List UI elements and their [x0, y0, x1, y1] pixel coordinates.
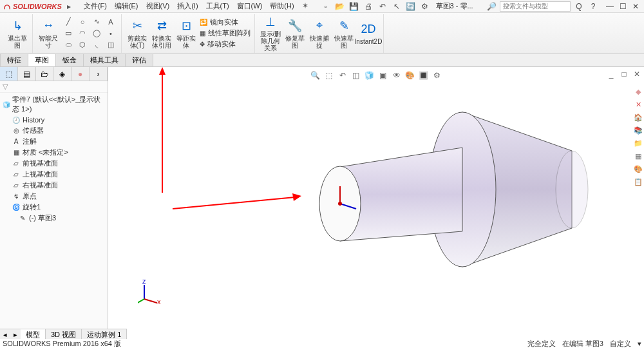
status-dropdown-icon[interactable]: ▾ [638, 340, 641, 348]
trim-button[interactable]: ✂ 剪裁实体(T) [125, 15, 149, 52]
menu-insert[interactable]: 插入(I) [175, 0, 200, 12]
vp-max-icon[interactable]: □ [618, 68, 630, 80]
open-icon[interactable]: 📂 [334, 1, 346, 12]
filter-icon[interactable]: ▽ [3, 82, 8, 91]
rebuild-icon[interactable]: 🔄 [405, 1, 417, 12]
appearances-icon[interactable]: 🎨 [633, 164, 643, 174]
fm-dimxpert-tab[interactable]: ◈ [53, 67, 71, 81]
line-icon[interactable]: ╱ [62, 17, 75, 27]
tree-sensor[interactable]: ◎传感器 [3, 125, 105, 136]
search-input[interactable] [500, 1, 571, 12]
graphics-viewport[interactable]: 🔍 ⬚ ↶ ◫ 🧊 ▣ 👁 🎨 🔳 ⚙ _ □ ✕ [108, 67, 644, 331]
right-label: 右视基准面 [23, 180, 58, 190]
point-icon[interactable]: • [104, 28, 117, 39]
ellipse-icon[interactable]: ◯ [90, 28, 103, 39]
rect-icon[interactable]: ▭ [62, 28, 75, 39]
tree-origin[interactable]: ↯原点 [3, 191, 105, 202]
material-label: 材质 <未指定> [23, 148, 68, 157]
vp-min-icon[interactable]: _ [605, 68, 617, 80]
snap-icon: ⌖ [312, 18, 327, 34]
select-icon[interactable]: ↖ [391, 1, 402, 12]
slot-icon[interactable]: ⬭ [62, 40, 75, 50]
view-orient-icon[interactable]: 🧊 [364, 70, 375, 81]
convert-button[interactable]: ⇄ 转换实体引用 [149, 15, 174, 52]
print-icon[interactable]: 🖨 [363, 1, 374, 12]
file-explorer-icon[interactable]: 📁 [633, 138, 643, 148]
properties-icon[interactable]: 📋 [633, 177, 643, 187]
view-settings-icon[interactable]: ⚙ [431, 70, 443, 81]
rapid-sketch-button[interactable]: ✎ 快速草图 [332, 15, 356, 52]
menu-window[interactable]: 窗口(W) [234, 0, 265, 12]
minimize-icon[interactable]: — [604, 1, 616, 12]
menu-help[interactable]: 帮助(H) [267, 0, 296, 12]
fm-prop-tab[interactable]: ▤ [18, 67, 36, 81]
fm-config-tab[interactable]: 🗁 [36, 67, 54, 81]
dropdown-icon[interactable]: ▸ [63, 1, 75, 12]
scroll-left-icon[interactable]: ◂ [0, 331, 10, 339]
status-custom[interactable]: 自定义 [610, 339, 631, 349]
tree-revolve[interactable]: 🌀旋转1 [3, 202, 105, 213]
view-palette-icon[interactable]: ▦ [633, 151, 643, 161]
text-icon[interactable]: A [104, 17, 117, 27]
doc-tab[interactable]: 草图3 - 零... [433, 0, 476, 12]
arc-icon[interactable]: ◠ [76, 28, 89, 39]
tree-annot[interactable]: A注解 [3, 136, 105, 147]
smart-dimension-button[interactable]: ↔ 智能尺寸 [36, 15, 61, 52]
move-button[interactable]: ✥ 移动实体 [200, 39, 251, 49]
circle-icon[interactable]: ○ [76, 17, 89, 27]
save-icon[interactable]: 💾 [348, 1, 360, 12]
design-lib-icon[interactable]: 📚 [633, 125, 643, 135]
zoom-area-icon[interactable]: ⬚ [323, 70, 335, 81]
help-icon[interactable]: ? [587, 1, 599, 12]
menu-file[interactable]: 文件(F) [81, 0, 109, 12]
tab-eval[interactable]: 评估 [125, 53, 153, 66]
plane-icon[interactable]: ◫ [104, 40, 117, 50]
display-relations-button[interactable]: ⊥ 显示/删除几何关系 [258, 15, 283, 52]
tab-mold[interactable]: 模具工具 [83, 53, 126, 66]
tab-feature[interactable]: 特征 [0, 53, 28, 66]
close-pane-icon[interactable]: ✕ [633, 99, 643, 110]
exit-sketch-button[interactable]: ↳ 退出草图 [5, 15, 30, 52]
tab-sheetmetal[interactable]: 钣金 [55, 53, 84, 66]
fm-tree-tab[interactable]: ⬚ [0, 67, 18, 81]
pattern-button[interactable]: ▦ 线性草图阵列 [200, 28, 251, 38]
tab-sketch[interactable]: 草图 [28, 53, 56, 66]
display-style-icon[interactable]: ▣ [377, 70, 389, 81]
pin-icon[interactable]: ✶ [299, 0, 311, 12]
scroll-right-icon[interactable]: ▸ [10, 331, 21, 339]
resources-icon[interactable]: 🏠 [633, 112, 643, 122]
close-icon[interactable]: ✕ [630, 1, 641, 12]
appearance-icon[interactable]: 🔳 [418, 70, 430, 81]
tree-material[interactable]: ▦材质 <未指定> [3, 147, 105, 158]
tree-top-plane[interactable]: ▱上视基准面 [3, 169, 105, 180]
spline-icon[interactable]: ∿ [90, 17, 103, 27]
maximize-icon[interactable]: ☐ [617, 1, 629, 12]
fm-display-tab[interactable]: ● [71, 67, 90, 81]
repair-sketch-button[interactable]: 🔧 修复草图 [283, 15, 307, 52]
menu-view[interactable]: 视图(V) [144, 0, 173, 12]
fillet-icon[interactable]: ◟ [90, 40, 103, 50]
menu-edit[interactable]: 编辑(E) [112, 0, 141, 12]
tree-right-plane[interactable]: ▱右视基准面 [3, 180, 105, 191]
section-icon[interactable]: ◫ [350, 70, 362, 81]
mirror-button[interactable]: 🔁 镜向实体 [200, 17, 251, 27]
undo-icon[interactable]: ↶ [377, 1, 388, 12]
search-go-icon[interactable]: Q [573, 1, 585, 12]
zoom-fit-icon[interactable]: 🔍 [310, 70, 321, 81]
tree-root[interactable]: 🧊零件7 (默认<<默认>_显示状态 1>) [3, 94, 105, 115]
tree-sketch3[interactable]: ✎(-) 草图3 [3, 213, 105, 224]
tree-front-plane[interactable]: ▱前视基准面 [3, 158, 105, 169]
offset-button[interactable]: ⊡ 等距实体 [174, 15, 198, 52]
fm-expand-icon[interactable]: › [90, 67, 108, 81]
new-icon[interactable]: ▫ [320, 1, 332, 12]
scene-icon[interactable]: 🎨 [404, 70, 416, 81]
instant2d-button[interactable]: 2D Instant2D [356, 15, 381, 52]
prev-view-icon[interactable]: ↶ [337, 70, 348, 81]
polygon-icon[interactable]: ⬡ [76, 40, 89, 50]
triad-icon[interactable]: ◆ [633, 86, 643, 97]
menu-tool[interactable]: 工具(T) [204, 0, 232, 12]
hide-show-icon[interactable]: 👁 [391, 70, 402, 81]
quick-snap-button[interactable]: ⌖ 快速捕捉 [307, 15, 332, 52]
tree-history[interactable]: 🕘History [3, 115, 105, 125]
options-icon[interactable]: ⚙ [419, 1, 431, 12]
